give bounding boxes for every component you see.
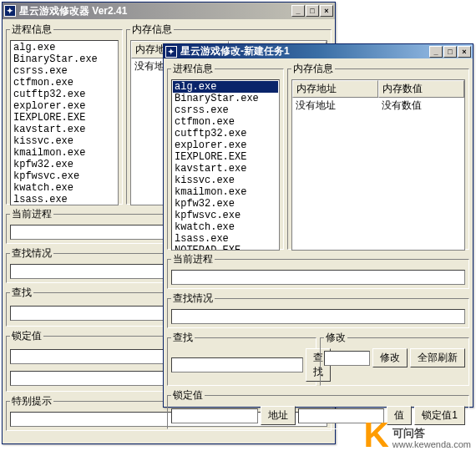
process-item[interactable]: kmailmon.exe bbox=[12, 147, 117, 159]
find-input[interactable] bbox=[171, 357, 303, 372]
maximize-button[interactable]: □ bbox=[306, 5, 319, 17]
modify-legend: 修改 bbox=[324, 331, 347, 345]
process-item[interactable]: lsass.exe bbox=[173, 233, 278, 245]
memory-group: 内存信息 内存地址 内存数值 没有地址 没有数值 bbox=[287, 62, 469, 250]
process-item[interactable]: kpfwsvc.exe bbox=[173, 210, 278, 221]
cell-value: 没有数值 bbox=[378, 98, 464, 114]
memory-group-legend: 内存信息 bbox=[291, 62, 335, 76]
process-group-legend: 进程信息 bbox=[10, 23, 53, 37]
memory-group-legend: 内存信息 bbox=[130, 23, 174, 37]
tips-legend: 特别提示 bbox=[10, 394, 53, 408]
cell-address: 没有地址 bbox=[292, 98, 378, 114]
process-item[interactable]: IEXPLORE.EXE bbox=[173, 151, 278, 163]
app-icon: ✦ bbox=[4, 5, 16, 17]
process-item[interactable]: kavstart.exe bbox=[12, 124, 117, 135]
app-icon: ✦ bbox=[165, 46, 177, 58]
find-status-group: 查找情况 bbox=[167, 291, 469, 328]
window-title: 星云游戏修改器 Ver2.41 bbox=[19, 4, 291, 18]
process-item[interactable]: IEXPLORE.EXE bbox=[12, 112, 117, 124]
watermark-url: www.kewenda.com bbox=[392, 439, 471, 449]
process-item[interactable]: kissvc.exe bbox=[173, 175, 278, 186]
process-item[interactable]: alg.exe bbox=[173, 81, 278, 93]
process-item[interactable]: explorer.exe bbox=[173, 139, 278, 151]
watermark-logo: K bbox=[364, 421, 389, 449]
addr-button[interactable]: 地址 bbox=[261, 406, 296, 425]
process-group-legend: 进程信息 bbox=[171, 62, 215, 76]
window-title: 星云游戏修改-新建任务1 bbox=[180, 44, 429, 58]
process-group: 进程信息 alg.exeBinaryStar.execsrss.exectfmo… bbox=[6, 23, 123, 205]
lock-legend: 锁定值 bbox=[10, 329, 43, 343]
process-item[interactable]: csrss.exe bbox=[12, 65, 117, 77]
lock-addr-input[interactable] bbox=[171, 408, 258, 423]
process-item[interactable]: kmailmon.exe bbox=[173, 186, 278, 198]
memory-table[interactable]: 内存地址 内存数值 没有地址 没有数值 bbox=[291, 79, 465, 251]
process-item[interactable]: csrss.exe bbox=[173, 104, 278, 116]
close-button[interactable]: × bbox=[320, 5, 333, 17]
task-window: ✦ 星云游戏修改-新建任务1 _ □ × 进程信息 alg.exeBinaryS… bbox=[163, 43, 473, 408]
find-legend: 查找 bbox=[171, 331, 195, 345]
process-item[interactable]: ctfmon.exe bbox=[12, 77, 117, 89]
process-item[interactable]: kpfwsvc.exe bbox=[12, 170, 117, 182]
window-controls: _ □ × bbox=[429, 46, 471, 58]
close-button[interactable]: × bbox=[458, 46, 471, 58]
table-row[interactable]: 没有地址 没有数值 bbox=[292, 98, 464, 114]
find-status-legend: 查找情况 bbox=[10, 246, 53, 261]
process-item[interactable]: BinaryStar.exe bbox=[173, 93, 278, 104]
window-controls: _ □ × bbox=[291, 5, 333, 17]
modify-button[interactable]: 修改 bbox=[372, 348, 408, 367]
process-item[interactable]: kpfw32.exe bbox=[173, 198, 278, 210]
process-item[interactable]: BinaryStar.exe bbox=[12, 53, 117, 65]
current-process-legend: 当前进程 bbox=[10, 207, 53, 221]
col-value[interactable]: 内存数值 bbox=[378, 80, 464, 98]
find-status-input[interactable] bbox=[171, 309, 465, 324]
process-item[interactable]: kavstart.exe bbox=[173, 163, 278, 175]
col-address[interactable]: 内存地址 bbox=[292, 80, 378, 98]
process-item[interactable]: cutftp32.exe bbox=[173, 128, 278, 139]
process-item[interactable]: kwatch.exe bbox=[173, 221, 278, 233]
current-process-legend: 当前进程 bbox=[171, 252, 215, 266]
minimize-button[interactable]: _ bbox=[429, 46, 443, 58]
process-item[interactable]: lsass.exe bbox=[12, 194, 117, 205]
minimize-button[interactable]: _ bbox=[291, 5, 305, 17]
current-process-input[interactable] bbox=[171, 270, 465, 285]
current-process-group: 当前进程 bbox=[167, 252, 469, 289]
process-item[interactable]: alg.exe bbox=[12, 42, 117, 53]
process-item[interactable]: explorer.exe bbox=[12, 100, 117, 112]
process-item[interactable]: cutftp32.exe bbox=[12, 89, 117, 100]
maximize-button[interactable]: □ bbox=[443, 46, 457, 58]
process-item[interactable]: kpfw32.exe bbox=[12, 159, 117, 170]
process-item[interactable]: kwatch.exe bbox=[12, 182, 117, 194]
find-legend: 查找 bbox=[10, 286, 33, 300]
window-body: 进程信息 alg.exeBinaryStar.execsrss.exectfmo… bbox=[164, 58, 473, 433]
process-list[interactable]: alg.exeBinaryStar.execsrss.exectfmon.exe… bbox=[10, 40, 119, 205]
watermark: K 可问答 www.kewenda.com bbox=[364, 421, 472, 449]
find-status-legend: 查找情况 bbox=[171, 291, 215, 306]
modify-group: 修改 修改 全部刷新 bbox=[320, 331, 469, 386]
process-list[interactable]: alg.exeBinaryStar.execsrss.exectfmon.exe… bbox=[171, 79, 280, 251]
modify-input[interactable] bbox=[324, 351, 370, 366]
titlebar[interactable]: ✦ 星云游戏修改-新建任务1 _ □ × bbox=[164, 44, 473, 58]
process-item[interactable]: NOTEPAD.EXE bbox=[173, 245, 278, 251]
refresh-all-button[interactable]: 全部刷新 bbox=[410, 348, 465, 367]
titlebar[interactable]: ✦ 星云游戏修改器 Ver2.41 _ □ × bbox=[3, 3, 335, 19]
process-item[interactable]: kissvc.exe bbox=[12, 135, 117, 147]
watermark-cn: 可问答 bbox=[392, 428, 471, 439]
process-item[interactable]: ctfmon.exe bbox=[173, 116, 278, 128]
find-group: 查找 查找 bbox=[167, 331, 316, 386]
process-group: 进程信息 alg.exeBinaryStar.execsrss.exectfmo… bbox=[167, 62, 284, 250]
lock-legend: 锁定值 bbox=[171, 388, 205, 403]
